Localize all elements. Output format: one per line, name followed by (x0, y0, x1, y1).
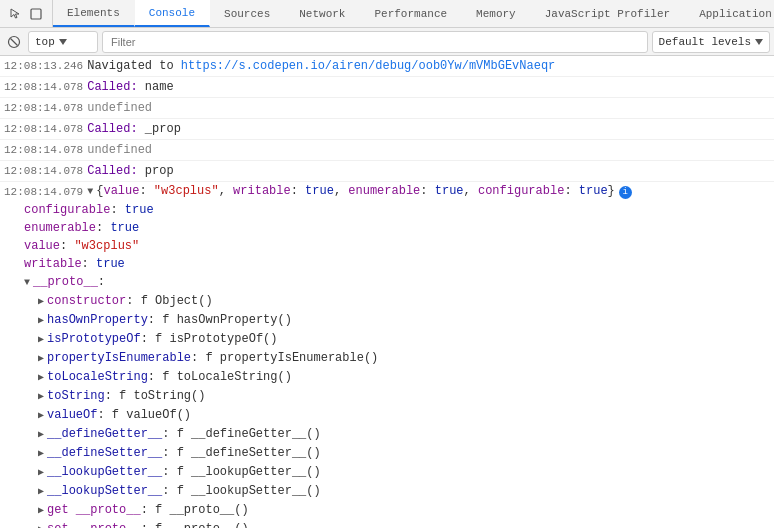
svg-rect-0 (31, 9, 41, 19)
info-icon[interactable]: i (619, 186, 632, 199)
expand-obj-icon[interactable]: ▼ (87, 184, 93, 200)
expand-tostring-icon[interactable]: ▶ (38, 389, 44, 405)
timestamp-3: 12:08:14.078 (4, 100, 83, 116)
proto-lookupSetter: ▶ __lookupSetter__: f __lookupSetter__() (0, 482, 774, 501)
log-line-undefined-2: 12:08:14.078 undefined (0, 140, 774, 161)
context-selector[interactable]: top (28, 31, 98, 53)
proto-hasOwnProperty: ▶ hasOwnProperty: f hasOwnProperty() (0, 311, 774, 330)
proto-set-proto: ▶ set __proto__: f __proto__() (0, 520, 774, 528)
tab-js-profiler[interactable]: JavaScript Profiler (531, 0, 685, 27)
expand-constructor-icon[interactable]: ▶ (38, 294, 44, 310)
log-line-called-prop2: 12:08:14.078 Called: prop (0, 161, 774, 182)
svg-line-2 (11, 38, 18, 45)
expand-isprototypeof-icon[interactable]: ▶ (38, 332, 44, 348)
tab-sources[interactable]: Sources (210, 0, 285, 27)
level-selector[interactable]: Default levels (652, 31, 770, 53)
tab-application[interactable]: Application (685, 0, 774, 27)
console-content: 12:08:13.246 Navigated to https://s.code… (0, 56, 774, 528)
obj-summary-line: 12:08:14.079 ▼ {value: "w3cplus", writab… (0, 182, 774, 201)
obj-block: 12:08:14.079 ▼ {value: "w3cplus", writab… (0, 182, 774, 528)
expand-proto-icon[interactable]: ▼ (24, 275, 30, 291)
obj-prop-configurable: configurable: true (0, 201, 774, 219)
proto-constructor: ▶ constructor: f Object() (0, 292, 774, 311)
proto-defineSetter: ▶ __defineSetter__: f __defineSetter__() (0, 444, 774, 463)
log-line-undefined-1: 12:08:14.078 undefined (0, 98, 774, 119)
obj-prop-writable: writable: true (0, 255, 774, 273)
timestamp-4: 12:08:14.078 (4, 121, 83, 137)
proto-toString: ▶ toString: f toString() (0, 387, 774, 406)
expand-lookupgetter-icon[interactable]: ▶ (38, 465, 44, 481)
tab-bar: Elements Console Sources Network Perform… (0, 0, 774, 28)
tab-network[interactable]: Network (285, 0, 360, 27)
proto-valueOf: ▶ valueOf: f valueOf() (0, 406, 774, 425)
obj-proto-header: ▼ __proto__: (0, 273, 774, 292)
circle-icon[interactable] (28, 6, 44, 22)
obj-prop-enumerable: enumerable: true (0, 219, 774, 237)
expand-definegetter-icon[interactable]: ▶ (38, 427, 44, 443)
log-line-called-name: 12:08:14.078 Called: name (0, 77, 774, 98)
timestamp-5: 12:08:14.078 (4, 142, 83, 158)
pointer-icon[interactable] (8, 6, 24, 22)
toolbar: top Default levels (0, 28, 774, 56)
tab-performance[interactable]: Performance (360, 0, 462, 27)
proto-toLocaleString: ▶ toLocaleString: f toLocaleString() (0, 368, 774, 387)
proto-isPrototypeOf: ▶ isPrototypeOf: f isPrototypeOf() (0, 330, 774, 349)
timestamp-6: 12:08:14.078 (4, 163, 83, 179)
expand-get-proto-icon[interactable]: ▶ (38, 503, 44, 519)
obj-prop-value: value: "w3cplus" (0, 237, 774, 255)
tab-memory[interactable]: Memory (462, 0, 531, 27)
expand-set-proto-icon[interactable]: ▶ (38, 522, 44, 528)
tab-icon-area (0, 0, 53, 27)
expand-definesetter-icon[interactable]: ▶ (38, 446, 44, 462)
filter-input[interactable] (102, 31, 648, 53)
nav-url-link[interactable]: https://s.codepen.io/airen/debug/oob0Yw/… (181, 59, 555, 73)
log-line-called-prop: 12:08:14.078 Called: _prop (0, 119, 774, 140)
expand-tolocalestring-icon[interactable]: ▶ (38, 370, 44, 386)
proto-propertyIsEnumerable: ▶ propertyIsEnumerable: f propertyIsEnum… (0, 349, 774, 368)
expand-lookupsetter-icon[interactable]: ▶ (38, 484, 44, 500)
expand-valueof-icon[interactable]: ▶ (38, 408, 44, 424)
proto-get-proto: ▶ get __proto__: f __proto__() (0, 501, 774, 520)
expand-hasownproperty-icon[interactable]: ▶ (38, 313, 44, 329)
expand-propertyisenumerable-icon[interactable]: ▶ (38, 351, 44, 367)
clear-console-button[interactable] (4, 32, 24, 52)
tab-elements[interactable]: Elements (53, 0, 135, 27)
proto-defineGetter: ▶ __defineGetter__: f __defineGetter__() (0, 425, 774, 444)
timestamp-2: 12:08:14.078 (4, 79, 83, 95)
obj-timestamp: 12:08:14.079 (4, 184, 83, 200)
proto-lookupGetter: ▶ __lookupGetter__: f __lookupGetter__() (0, 463, 774, 482)
tab-console[interactable]: Console (135, 0, 210, 27)
timestamp-1: 12:08:13.246 (4, 58, 83, 74)
log-line-nav: 12:08:13.246 Navigated to https://s.code… (0, 56, 774, 77)
